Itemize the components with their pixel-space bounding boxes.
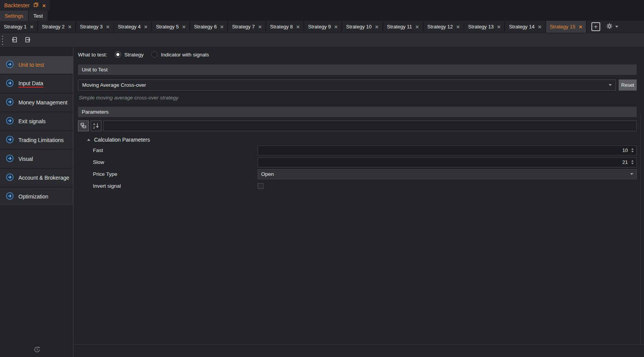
fast-number-input[interactable]: 10 bbox=[258, 145, 637, 155]
sidebar-item-input-data[interactable]: Input Data bbox=[0, 75, 73, 93]
strategy-tab-strategy-15[interactable]: Strategy 15× bbox=[546, 21, 587, 33]
spinner-up-icon[interactable] bbox=[631, 148, 634, 150]
strategy-tab-label: Strategy 10 bbox=[346, 24, 372, 30]
sidebar-item-visual[interactable]: Visual bbox=[0, 150, 73, 168]
sidebar-item-money-management[interactable]: Money Management bbox=[0, 94, 73, 111]
strategy-tab-strategy-14[interactable]: Strategy 14× bbox=[505, 21, 546, 33]
close-icon[interactable]: × bbox=[375, 24, 379, 30]
param-row-invert-signal: Invert signal bbox=[78, 180, 637, 192]
close-icon[interactable]: × bbox=[416, 24, 419, 30]
parameter-group-header[interactable]: Calculation Parameters bbox=[78, 135, 637, 144]
strategy-tab-list: Strategy 1×Strategy 2×Strategy 3×Strateg… bbox=[0, 21, 587, 33]
caret-down-icon bbox=[615, 26, 618, 28]
close-icon[interactable]: × bbox=[258, 24, 262, 30]
strategy-tab-strategy-13[interactable]: Strategy 13× bbox=[464, 21, 505, 33]
parameter-rows: Fast10Slow21Price TypeOpenInvert signal bbox=[78, 144, 637, 192]
spinner-up-icon[interactable] bbox=[631, 160, 634, 162]
unit-select-row: Moving Average Cross-over Reset bbox=[78, 79, 637, 91]
strategy-tab-strategy-3[interactable]: Strategy 3× bbox=[76, 21, 114, 33]
close-icon[interactable]: × bbox=[30, 24, 33, 30]
strategy-tab-strategy-12[interactable]: Strategy 12× bbox=[424, 21, 464, 33]
sidebar-item-account-brokerage[interactable]: Account & Brokerage bbox=[0, 169, 73, 187]
gear-icon bbox=[606, 22, 613, 31]
sidebar-item-label: Input Data bbox=[18, 80, 43, 88]
strategy-tab-strategy-8[interactable]: Strategy 8× bbox=[266, 21, 304, 33]
radio-option-strategy[interactable]: Strategy bbox=[115, 51, 144, 58]
close-icon[interactable]: × bbox=[144, 24, 147, 30]
strategy-tab-strategy-7[interactable]: Strategy 7× bbox=[228, 21, 266, 33]
spinner-down-icon[interactable] bbox=[631, 151, 634, 152]
strategy-tab-strategy-10[interactable]: Strategy 10× bbox=[342, 21, 383, 33]
tab-settings[interactable]: Settings bbox=[0, 11, 28, 21]
sidebar-item-label: Visual bbox=[18, 156, 33, 162]
close-icon[interactable]: × bbox=[296, 24, 300, 30]
tab-test[interactable]: Test bbox=[29, 11, 48, 21]
arrow-circle-icon bbox=[5, 116, 14, 126]
reset-button[interactable]: Reset bbox=[619, 79, 637, 91]
parameters-header: Parameters bbox=[78, 107, 637, 117]
dock-left-button[interactable] bbox=[10, 35, 19, 45]
group-title: Calculation Parameters bbox=[94, 137, 150, 143]
close-icon[interactable]: × bbox=[579, 24, 582, 30]
close-icon[interactable]: × bbox=[456, 24, 460, 30]
spinner-down-icon[interactable] bbox=[631, 163, 634, 164]
sidebar-item-label: Exit signals bbox=[18, 118, 46, 124]
document-tab-backtester[interactable]: Backtester × bbox=[0, 0, 50, 11]
strategy-tab-label: Strategy 4 bbox=[118, 24, 141, 30]
close-icon[interactable]: × bbox=[334, 24, 338, 30]
caret-down-icon bbox=[630, 173, 633, 175]
close-icon[interactable]: × bbox=[538, 24, 541, 30]
strategy-tab-label: Strategy 12 bbox=[427, 24, 453, 30]
dock-right-button[interactable] bbox=[23, 35, 33, 45]
add-strategy-button[interactable]: + bbox=[591, 22, 600, 31]
restore-window-icon[interactable] bbox=[33, 2, 39, 9]
tab-bar-actions: + bbox=[591, 21, 618, 33]
unit-dropdown[interactable]: Moving Average Cross-over bbox=[78, 79, 616, 91]
close-icon[interactable]: × bbox=[220, 24, 223, 30]
sidebar-item-unit-to-test[interactable]: Unit to test bbox=[0, 56, 73, 74]
spinner[interactable] bbox=[631, 148, 634, 152]
drag-handle-icon[interactable] bbox=[2, 36, 3, 45]
sort-az-icon: A Z bbox=[93, 122, 99, 130]
backtester-window: Backtester × Settings Test Strategy 1×St… bbox=[0, 0, 644, 357]
sidebar-item-label: Account & Brokerage bbox=[18, 175, 69, 181]
strategy-tab-strategy-6[interactable]: Strategy 6× bbox=[190, 21, 228, 33]
sidebar-item-trading-limitations[interactable]: Trading Limitations bbox=[0, 131, 73, 149]
spinner[interactable] bbox=[631, 160, 634, 164]
sidebar-item-optimization[interactable]: Optimization bbox=[0, 188, 73, 205]
slow-number-input[interactable]: 21 bbox=[258, 157, 637, 167]
close-icon[interactable]: × bbox=[68, 24, 71, 30]
categorized-view-button[interactable] bbox=[78, 121, 89, 131]
collapse-group-icon[interactable] bbox=[87, 139, 90, 141]
tab-label: Settings bbox=[5, 13, 23, 19]
strategy-tab-strategy-11[interactable]: Strategy 11× bbox=[383, 21, 424, 33]
strategy-tab-strategy-5[interactable]: Strategy 5× bbox=[152, 21, 190, 33]
section-title: Unit to Test bbox=[82, 67, 108, 73]
close-icon[interactable]: × bbox=[182, 24, 185, 30]
strategy-tab-strategy-9[interactable]: Strategy 9× bbox=[304, 21, 342, 33]
close-icon[interactable]: × bbox=[497, 24, 501, 30]
strategy-tab-strategy-1[interactable]: Strategy 1× bbox=[0, 21, 38, 33]
radio-label[interactable]: Indicator with signals bbox=[161, 52, 209, 58]
radio-option-indicator[interactable]: Indicator with signals bbox=[151, 51, 209, 58]
settings-sidebar: Unit to testInput DataMoney ManagementEx… bbox=[0, 48, 73, 357]
radio-label[interactable]: Strategy bbox=[124, 52, 144, 58]
strategy-tab-strategy-4[interactable]: Strategy 4× bbox=[114, 21, 152, 33]
parameter-filter-input[interactable] bbox=[103, 121, 637, 131]
close-icon[interactable]: × bbox=[106, 24, 109, 30]
categorized-view-icon bbox=[80, 122, 87, 130]
radio-button[interactable] bbox=[115, 51, 121, 58]
strategy-tab-label: Strategy 2 bbox=[42, 24, 65, 30]
strategy-tab-strategy-2[interactable]: Strategy 2× bbox=[38, 21, 76, 33]
document-title: Backtester bbox=[4, 2, 30, 8]
price-type-dropdown[interactable]: Open bbox=[258, 169, 637, 179]
sort-az-button[interactable]: A Z bbox=[91, 121, 101, 131]
strategy-tab-label: Strategy 7 bbox=[232, 24, 255, 30]
close-icon[interactable]: × bbox=[42, 3, 46, 8]
invert-signal-checkbox[interactable] bbox=[258, 183, 263, 189]
radio-button[interactable] bbox=[151, 51, 157, 58]
main-toolbar bbox=[0, 33, 644, 48]
strategy-tab-label: Strategy 6 bbox=[194, 24, 217, 30]
sidebar-item-exit-signals[interactable]: Exit signals bbox=[0, 112, 73, 130]
tab-settings-menu[interactable] bbox=[606, 22, 618, 31]
